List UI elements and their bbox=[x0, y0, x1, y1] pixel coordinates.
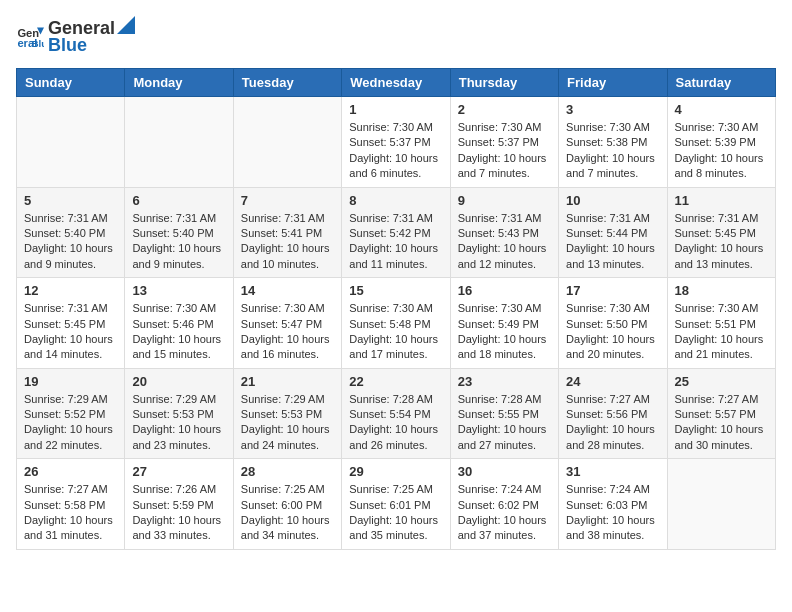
day-number: 21 bbox=[241, 374, 334, 389]
svg-text:Blue: Blue bbox=[31, 38, 44, 49]
calendar-cell: 6Sunrise: 7:31 AMSunset: 5:40 PMDaylight… bbox=[125, 187, 233, 278]
calendar-cell: 5Sunrise: 7:31 AMSunset: 5:40 PMDaylight… bbox=[17, 187, 125, 278]
day-info: Sunrise: 7:29 AMSunset: 5:53 PMDaylight:… bbox=[132, 392, 225, 454]
calendar-cell: 31Sunrise: 7:24 AMSunset: 6:03 PMDayligh… bbox=[559, 459, 667, 550]
day-number: 27 bbox=[132, 464, 225, 479]
day-info: Sunrise: 7:27 AMSunset: 5:58 PMDaylight:… bbox=[24, 482, 117, 544]
calendar-cell: 16Sunrise: 7:30 AMSunset: 5:49 PMDayligh… bbox=[450, 278, 558, 369]
logo: Gen eral Blue General Blue bbox=[16, 16, 137, 56]
day-info: Sunrise: 7:30 AMSunset: 5:37 PMDaylight:… bbox=[349, 120, 442, 182]
calendar-cell: 14Sunrise: 7:30 AMSunset: 5:47 PMDayligh… bbox=[233, 278, 341, 369]
day-info: Sunrise: 7:25 AMSunset: 6:01 PMDaylight:… bbox=[349, 482, 442, 544]
day-number: 16 bbox=[458, 283, 551, 298]
calendar-cell bbox=[17, 97, 125, 188]
calendar-week-row: 12Sunrise: 7:31 AMSunset: 5:45 PMDayligh… bbox=[17, 278, 776, 369]
calendar-cell: 2Sunrise: 7:30 AMSunset: 5:37 PMDaylight… bbox=[450, 97, 558, 188]
day-number: 7 bbox=[241, 193, 334, 208]
calendar-cell bbox=[125, 97, 233, 188]
day-number: 14 bbox=[241, 283, 334, 298]
calendar-cell: 17Sunrise: 7:30 AMSunset: 5:50 PMDayligh… bbox=[559, 278, 667, 369]
day-number: 2 bbox=[458, 102, 551, 117]
day-number: 28 bbox=[241, 464, 334, 479]
day-number: 13 bbox=[132, 283, 225, 298]
day-info: Sunrise: 7:27 AMSunset: 5:57 PMDaylight:… bbox=[675, 392, 768, 454]
day-info: Sunrise: 7:30 AMSunset: 5:48 PMDaylight:… bbox=[349, 301, 442, 363]
day-number: 10 bbox=[566, 193, 659, 208]
calendar-header-row: SundayMondayTuesdayWednesdayThursdayFrid… bbox=[17, 69, 776, 97]
calendar-cell: 25Sunrise: 7:27 AMSunset: 5:57 PMDayligh… bbox=[667, 368, 775, 459]
calendar-cell: 29Sunrise: 7:25 AMSunset: 6:01 PMDayligh… bbox=[342, 459, 450, 550]
day-info: Sunrise: 7:25 AMSunset: 6:00 PMDaylight:… bbox=[241, 482, 334, 544]
calendar-cell: 4Sunrise: 7:30 AMSunset: 5:39 PMDaylight… bbox=[667, 97, 775, 188]
calendar-cell: 15Sunrise: 7:30 AMSunset: 5:48 PMDayligh… bbox=[342, 278, 450, 369]
calendar-cell: 30Sunrise: 7:24 AMSunset: 6:02 PMDayligh… bbox=[450, 459, 558, 550]
day-info: Sunrise: 7:30 AMSunset: 5:47 PMDaylight:… bbox=[241, 301, 334, 363]
header-day-friday: Friday bbox=[559, 69, 667, 97]
header-day-thursday: Thursday bbox=[450, 69, 558, 97]
calendar-week-row: 26Sunrise: 7:27 AMSunset: 5:58 PMDayligh… bbox=[17, 459, 776, 550]
header: Gen eral Blue General Blue bbox=[16, 16, 776, 56]
calendar-cell: 10Sunrise: 7:31 AMSunset: 5:44 PMDayligh… bbox=[559, 187, 667, 278]
day-info: Sunrise: 7:29 AMSunset: 5:52 PMDaylight:… bbox=[24, 392, 117, 454]
logo-icon: Gen eral Blue bbox=[16, 22, 44, 50]
day-number: 24 bbox=[566, 374, 659, 389]
calendar-cell: 28Sunrise: 7:25 AMSunset: 6:00 PMDayligh… bbox=[233, 459, 341, 550]
day-info: Sunrise: 7:30 AMSunset: 5:51 PMDaylight:… bbox=[675, 301, 768, 363]
calendar-cell bbox=[233, 97, 341, 188]
day-number: 18 bbox=[675, 283, 768, 298]
calendar-cell: 23Sunrise: 7:28 AMSunset: 5:55 PMDayligh… bbox=[450, 368, 558, 459]
day-number: 15 bbox=[349, 283, 442, 298]
day-number: 20 bbox=[132, 374, 225, 389]
day-number: 17 bbox=[566, 283, 659, 298]
day-number: 30 bbox=[458, 464, 551, 479]
calendar-cell: 8Sunrise: 7:31 AMSunset: 5:42 PMDaylight… bbox=[342, 187, 450, 278]
calendar-cell: 12Sunrise: 7:31 AMSunset: 5:45 PMDayligh… bbox=[17, 278, 125, 369]
day-info: Sunrise: 7:28 AMSunset: 5:54 PMDaylight:… bbox=[349, 392, 442, 454]
day-number: 6 bbox=[132, 193, 225, 208]
calendar-cell bbox=[667, 459, 775, 550]
logo-triangle-icon bbox=[117, 16, 135, 34]
day-number: 26 bbox=[24, 464, 117, 479]
day-info: Sunrise: 7:28 AMSunset: 5:55 PMDaylight:… bbox=[458, 392, 551, 454]
day-info: Sunrise: 7:31 AMSunset: 5:40 PMDaylight:… bbox=[24, 211, 117, 273]
calendar-cell: 11Sunrise: 7:31 AMSunset: 5:45 PMDayligh… bbox=[667, 187, 775, 278]
day-info: Sunrise: 7:27 AMSunset: 5:56 PMDaylight:… bbox=[566, 392, 659, 454]
day-info: Sunrise: 7:30 AMSunset: 5:38 PMDaylight:… bbox=[566, 120, 659, 182]
svg-marker-4 bbox=[117, 16, 135, 34]
day-number: 1 bbox=[349, 102, 442, 117]
calendar-cell: 1Sunrise: 7:30 AMSunset: 5:37 PMDaylight… bbox=[342, 97, 450, 188]
calendar-cell: 19Sunrise: 7:29 AMSunset: 5:52 PMDayligh… bbox=[17, 368, 125, 459]
day-number: 23 bbox=[458, 374, 551, 389]
header-day-sunday: Sunday bbox=[17, 69, 125, 97]
calendar-cell: 9Sunrise: 7:31 AMSunset: 5:43 PMDaylight… bbox=[450, 187, 558, 278]
calendar-cell: 26Sunrise: 7:27 AMSunset: 5:58 PMDayligh… bbox=[17, 459, 125, 550]
day-info: Sunrise: 7:30 AMSunset: 5:39 PMDaylight:… bbox=[675, 120, 768, 182]
calendar-cell: 18Sunrise: 7:30 AMSunset: 5:51 PMDayligh… bbox=[667, 278, 775, 369]
calendar-cell: 27Sunrise: 7:26 AMSunset: 5:59 PMDayligh… bbox=[125, 459, 233, 550]
day-info: Sunrise: 7:30 AMSunset: 5:49 PMDaylight:… bbox=[458, 301, 551, 363]
day-info: Sunrise: 7:31 AMSunset: 5:41 PMDaylight:… bbox=[241, 211, 334, 273]
header-day-wednesday: Wednesday bbox=[342, 69, 450, 97]
day-info: Sunrise: 7:26 AMSunset: 5:59 PMDaylight:… bbox=[132, 482, 225, 544]
calendar: SundayMondayTuesdayWednesdayThursdayFrid… bbox=[16, 68, 776, 550]
day-number: 19 bbox=[24, 374, 117, 389]
day-number: 4 bbox=[675, 102, 768, 117]
calendar-cell: 3Sunrise: 7:30 AMSunset: 5:38 PMDaylight… bbox=[559, 97, 667, 188]
day-number: 22 bbox=[349, 374, 442, 389]
calendar-cell: 13Sunrise: 7:30 AMSunset: 5:46 PMDayligh… bbox=[125, 278, 233, 369]
header-day-tuesday: Tuesday bbox=[233, 69, 341, 97]
header-day-monday: Monday bbox=[125, 69, 233, 97]
calendar-cell: 7Sunrise: 7:31 AMSunset: 5:41 PMDaylight… bbox=[233, 187, 341, 278]
day-number: 12 bbox=[24, 283, 117, 298]
day-info: Sunrise: 7:31 AMSunset: 5:45 PMDaylight:… bbox=[675, 211, 768, 273]
calendar-cell: 20Sunrise: 7:29 AMSunset: 5:53 PMDayligh… bbox=[125, 368, 233, 459]
day-info: Sunrise: 7:31 AMSunset: 5:40 PMDaylight:… bbox=[132, 211, 225, 273]
day-info: Sunrise: 7:30 AMSunset: 5:37 PMDaylight:… bbox=[458, 120, 551, 182]
day-info: Sunrise: 7:31 AMSunset: 5:42 PMDaylight:… bbox=[349, 211, 442, 273]
calendar-cell: 24Sunrise: 7:27 AMSunset: 5:56 PMDayligh… bbox=[559, 368, 667, 459]
day-number: 25 bbox=[675, 374, 768, 389]
calendar-week-row: 5Sunrise: 7:31 AMSunset: 5:40 PMDaylight… bbox=[17, 187, 776, 278]
day-number: 11 bbox=[675, 193, 768, 208]
day-number: 9 bbox=[458, 193, 551, 208]
day-number: 29 bbox=[349, 464, 442, 479]
